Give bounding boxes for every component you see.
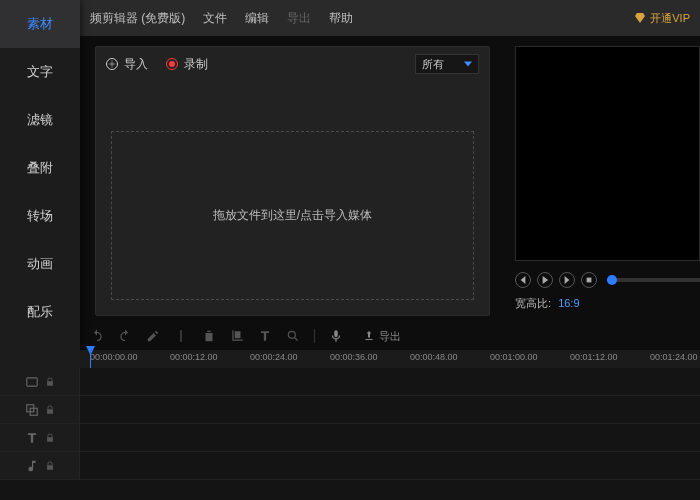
ruler-tick: 00:00:48.00 [410,352,458,362]
sidebar-item-animation[interactable]: 动画 [0,240,80,288]
media-filter-select[interactable]: 所有 [415,54,479,74]
sidebar-item-media[interactable]: 素材 [0,0,80,48]
text-track[interactable] [0,424,700,452]
ruler-tick: 00:00:36.00 [330,352,378,362]
scrubber-handle[interactable] [607,275,617,285]
mic-icon[interactable] [329,329,343,343]
top-menu-bar: 频剪辑器 (免费版) 文件 编辑 导出 帮助 开通VIP [80,0,700,36]
crop-icon[interactable] [230,329,244,343]
aspect-ratio: 宽高比: 16:9 [515,296,580,311]
svg-rect-2 [26,377,37,385]
preview-scrubber[interactable] [607,278,700,282]
sidebar-item-overlay[interactable]: 叠附 [0,144,80,192]
play-button[interactable] [537,272,553,288]
text-track-head[interactable] [0,424,80,451]
timeline-toolstrip: 导出 [80,324,700,348]
sidebar-label: 叠附 [27,159,53,177]
aspect-label: 宽高比: [515,297,551,309]
vip-label: 开通VIP [650,11,690,26]
timeline-area [0,368,700,500]
stop-button[interactable] [581,272,597,288]
music-track-icon [25,459,39,473]
overlay-track[interactable] [0,396,700,424]
ruler-tick: 00:01:00.00 [490,352,538,362]
ruler-tick: 00:00:00.00 [90,352,138,362]
prev-frame-button[interactable] [515,272,531,288]
overlay-track-icon [25,403,39,417]
media-import-panel: 导入 录制 所有 拖放文件到这里/点击导入媒体 [95,46,490,316]
sidebar-label: 配乐 [27,303,53,321]
sidebar-label: 素材 [27,15,53,33]
lock-icon [45,377,55,387]
transport-controls [515,268,700,292]
import-label: 导入 [124,56,148,73]
import-icon [106,58,118,70]
preview-viewport [515,46,700,261]
sidebar-item-transition[interactable]: 转场 [0,192,80,240]
drop-hint: 拖放文件到这里/点击导入媒体 [213,207,372,224]
sidebar: 素材 文字 滤镜 叠附 转场 动画 配乐 [0,0,80,380]
delete-icon[interactable] [202,329,216,343]
record-icon [166,58,178,70]
menu-file[interactable]: 文件 [203,10,227,27]
sidebar-item-music[interactable]: 配乐 [0,288,80,336]
import-button[interactable]: 导入 [106,56,148,73]
ruler-tick: 00:01:12.00 [570,352,618,362]
undo-icon[interactable] [90,329,104,343]
record-label: 录制 [184,56,208,73]
svg-point-1 [288,331,295,338]
timeline-export-button[interactable]: 导出 [363,329,401,344]
diamond-icon [634,12,646,24]
audio-track[interactable] [0,452,700,480]
aspect-value[interactable]: 16:9 [558,297,579,309]
sidebar-label: 转场 [27,207,53,225]
lock-icon [45,461,55,471]
divider [314,329,315,343]
sidebar-label: 动画 [27,255,53,273]
next-frame-button[interactable] [559,272,575,288]
import-toolbar: 导入 录制 所有 [96,47,489,81]
vip-button[interactable]: 开通VIP [634,11,690,26]
svg-rect-0 [587,278,592,283]
timeline-ruler[interactable]: 00:00:00.00 00:00:12.00 00:00:24.00 00:0… [80,350,700,368]
text-icon[interactable] [258,329,272,343]
sidebar-label: 滤镜 [27,111,53,129]
app-title-suffix: 频剪辑器 (免费版) [90,10,185,27]
record-button[interactable]: 录制 [166,56,208,73]
video-track[interactable] [0,368,700,396]
ruler-tick: 00:01:24.00 [650,352,698,362]
audio-track-head[interactable] [0,452,80,479]
text-track-icon [25,431,39,445]
split-icon[interactable] [174,329,188,343]
sidebar-label: 文字 [27,63,53,81]
edit-icon[interactable] [146,329,160,343]
lock-icon [45,433,55,443]
filter-value: 所有 [422,57,444,72]
overlay-track-head[interactable] [0,396,80,423]
menu-export[interactable]: 导出 [287,10,311,27]
redo-icon[interactable] [118,329,132,343]
lock-icon [45,405,55,415]
sidebar-item-filter[interactable]: 滤镜 [0,96,80,144]
video-track-head[interactable] [0,368,80,395]
menu-help[interactable]: 帮助 [329,10,353,27]
media-drop-zone[interactable]: 拖放文件到这里/点击导入媒体 [111,131,474,300]
menu-edit[interactable]: 编辑 [245,10,269,27]
ruler-tick: 00:00:12.00 [170,352,218,362]
ruler-tick: 00:00:24.00 [250,352,298,362]
video-track-icon [25,375,39,389]
sidebar-item-text[interactable]: 文字 [0,48,80,96]
export-label: 导出 [379,329,401,344]
export-icon [363,330,375,342]
chevron-down-icon [464,61,472,67]
zoom-icon[interactable] [286,329,300,343]
